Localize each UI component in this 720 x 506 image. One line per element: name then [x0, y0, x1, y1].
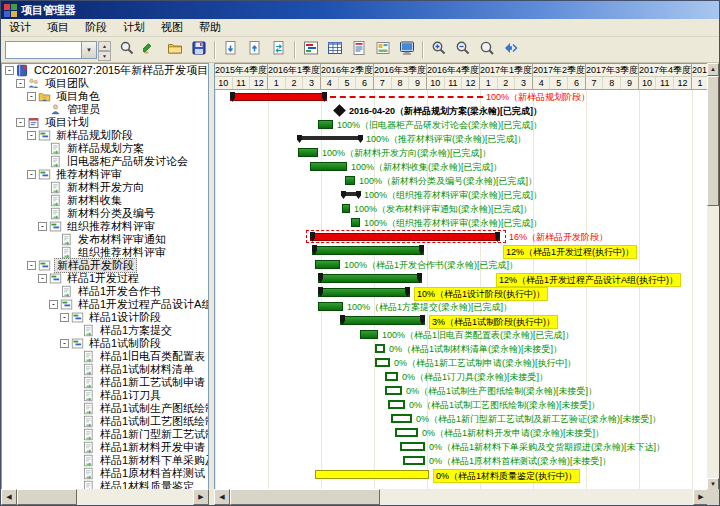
- milestone-marker[interactable]: [333, 104, 346, 117]
- vertical-scroll-thumb[interactable]: [707, 76, 719, 206]
- tree-item[interactable]: 新材料收集: [2, 194, 208, 207]
- gantt-bar[interactable]: [391, 414, 412, 423]
- print-preview-button[interactable]: [371, 39, 395, 61]
- tree-item[interactable]: -CC2016027:2015年新样品开发项目（测试）: [2, 64, 208, 77]
- spin-up-button[interactable]: ▲: [98, 41, 111, 51]
- gantt-bar[interactable]: [298, 136, 362, 140]
- gantt-bar[interactable]: [340, 316, 425, 325]
- import-button[interactable]: [219, 39, 243, 61]
- expand-toggle[interactable]: -: [38, 274, 47, 283]
- gantt-bar[interactable]: [315, 260, 340, 269]
- gantt-bar[interactable]: [388, 400, 405, 409]
- menu-item-4[interactable]: 视图: [153, 18, 191, 37]
- gantt-bar[interactable]: [342, 192, 360, 196]
- expand-toggle[interactable]: -: [27, 92, 36, 101]
- tree-item[interactable]: 管理员: [2, 103, 208, 116]
- tree-item[interactable]: -样品1设计阶段: [2, 311, 208, 324]
- refresh-button[interactable]: [267, 39, 291, 61]
- tree-item[interactable]: 旧电器柜产品研发讨论会: [2, 155, 208, 168]
- search-dropdown-button[interactable]: ▼: [81, 42, 96, 58]
- gantt-bar[interactable]: [230, 93, 327, 101]
- expand-toggle[interactable]: -: [27, 261, 36, 270]
- expand-toggle[interactable]: -: [38, 222, 47, 231]
- menu-item-2[interactable]: 阶段: [77, 18, 115, 37]
- expand-toggle[interactable]: -: [49, 300, 58, 309]
- gantt-bar[interactable]: [375, 344, 385, 353]
- expand-toggle[interactable]: -: [5, 66, 14, 75]
- navigate-button[interactable]: [499, 39, 523, 61]
- gantt-bar[interactable]: [403, 456, 425, 465]
- table-view-button[interactable]: [323, 39, 347, 61]
- tree-item[interactable]: -样品1开发过程: [2, 272, 208, 285]
- tree-item[interactable]: 样品1新材料开发申请: [2, 441, 208, 454]
- tree-item[interactable]: -样品1开发过程产品设计A组: [2, 298, 208, 311]
- tree-item[interactable]: 样品1试制生产图纸绘制: [2, 402, 208, 415]
- tree-item[interactable]: -组织推荐材料评审: [2, 220, 208, 233]
- gantt-horizontal-scrollbar[interactable]: ◀ ▶: [214, 489, 709, 505]
- tree-item[interactable]: 样品1试制材料清单: [2, 363, 208, 376]
- gantt-bar[interactable]: [318, 302, 343, 311]
- expand-toggle[interactable]: -: [60, 313, 69, 322]
- tree-item[interactable]: -新样品开发阶段: [2, 259, 208, 272]
- tree-item[interactable]: 样品1订刀具: [2, 389, 208, 402]
- expand-toggle[interactable]: -: [27, 131, 36, 140]
- gantt-bar[interactable]: [318, 274, 422, 283]
- export-button[interactable]: [243, 39, 267, 61]
- tree-item[interactable]: 样品1新材料下单采购及交货期跟进: [2, 454, 208, 467]
- tree-item[interactable]: 样品1试制工艺图纸绘制: [2, 415, 208, 428]
- expand-toggle[interactable]: -: [27, 170, 36, 179]
- gantt-bar[interactable]: [312, 246, 424, 255]
- gantt-bar[interactable]: [395, 428, 418, 437]
- gantt-bar[interactable]: [315, 470, 429, 479]
- report-button[interactable]: [347, 39, 371, 61]
- tree-item[interactable]: -样品1试制阶段: [2, 337, 208, 350]
- gantt-bar[interactable]: [298, 148, 318, 157]
- zoom-in-button[interactable]: [427, 39, 451, 61]
- tree-item[interactable]: 样品1新工艺试制申请: [2, 376, 208, 389]
- find-button[interactable]: [115, 39, 139, 61]
- menu-item-0[interactable]: 设计: [1, 18, 39, 37]
- gantt-bar[interactable]: [342, 204, 350, 213]
- tree-scroll-left-button[interactable]: ◀: [1, 489, 17, 505]
- tree-horizontal-scrollbar[interactable]: ◀ ▶: [1, 489, 209, 505]
- monitor-button[interactable]: [395, 39, 419, 61]
- open-folder-button[interactable]: [163, 39, 187, 61]
- tree-item[interactable]: 新样品规划方案: [2, 142, 208, 155]
- tree-item[interactable]: -新样品规划阶段: [2, 129, 208, 142]
- scroll-up-button[interactable]: ▲: [707, 63, 719, 76]
- menu-item-3[interactable]: 计划: [115, 18, 153, 37]
- title-bar[interactable]: 项目管理器: [1, 1, 719, 19]
- vertical-scrollbar[interactable]: ▲ ▼: [707, 63, 719, 491]
- tree-item[interactable]: 样品1原材料首样测试: [2, 467, 208, 480]
- gantt-view-button[interactable]: [299, 39, 323, 61]
- search-input[interactable]: [6, 42, 81, 58]
- gantt-bar[interactable]: [400, 442, 425, 451]
- gantt-bar[interactable]: [351, 218, 360, 227]
- tree-item[interactable]: 样品1开发合作书: [2, 285, 208, 298]
- gantt-bar[interactable]: [385, 386, 402, 395]
- gantt-scroll-left-button[interactable]: ◀: [214, 489, 230, 505]
- gantt-bar[interactable]: [375, 358, 390, 367]
- gantt-scroll-thumb[interactable]: [230, 489, 380, 505]
- zoom-fit-button[interactable]: [475, 39, 499, 61]
- tree-item[interactable]: 样品1方案提交: [2, 324, 208, 337]
- tree-item[interactable]: 样品1新门型新工艺试制及新工艺验证: [2, 428, 208, 441]
- tree-item[interactable]: 样品1旧电百类配置表: [2, 350, 208, 363]
- gantt-bar[interactable]: [318, 288, 410, 297]
- gantt-bar[interactable]: [310, 162, 347, 171]
- tree-item[interactable]: -推荐材料评审: [2, 168, 208, 181]
- zoom-out-button[interactable]: [451, 39, 475, 61]
- edit-button[interactable]: [139, 39, 163, 61]
- tree-item[interactable]: 新材料分类及编号: [2, 207, 208, 220]
- gantt-bar[interactable]: [310, 233, 500, 241]
- gantt-bar[interactable]: [385, 372, 398, 381]
- gantt-bar[interactable]: [360, 330, 378, 339]
- gantt-bar[interactable]: [345, 176, 355, 185]
- tree-item[interactable]: -项目团队: [2, 77, 208, 90]
- tree-item[interactable]: -项目角色: [2, 90, 208, 103]
- expand-toggle[interactable]: -: [16, 79, 25, 88]
- menu-item-1[interactable]: 项目: [39, 18, 77, 37]
- menu-item-5[interactable]: 帮助: [191, 18, 229, 37]
- tree-item[interactable]: -项目计划: [2, 116, 208, 129]
- expand-toggle[interactable]: -: [16, 118, 25, 127]
